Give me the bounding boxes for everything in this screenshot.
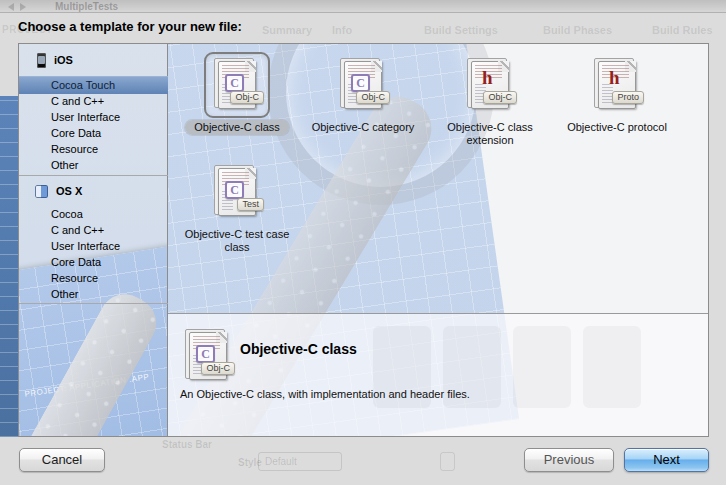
template-label: Objective-C class extension bbox=[429, 121, 551, 147]
template-objective-c-class[interactable]: C Obj-C Objective-C class bbox=[176, 52, 298, 134]
template-label: Objective-C class bbox=[176, 121, 298, 134]
sidebar-item-other-ios[interactable]: Other bbox=[19, 157, 168, 173]
sidebar-item-resource-osx[interactable]: Resource bbox=[19, 270, 168, 286]
file-type-tag: Obj-C bbox=[356, 91, 390, 104]
background-tab-build-settings: Build Settings bbox=[424, 24, 498, 36]
sidebar-section-osx: OS X bbox=[19, 181, 168, 201]
detail-template-description: An Objective-C class, with implementatio… bbox=[180, 388, 470, 400]
sidebar-item-resource-ios[interactable]: Resource bbox=[19, 141, 168, 157]
background-document-tab: MultipleTests bbox=[55, 1, 118, 12]
template-objective-c-class-extension[interactable]: h Obj-C Objective-C class extension bbox=[429, 52, 551, 147]
objc-header-file-icon: h Obj-C bbox=[471, 61, 509, 109]
sidebar-item-cocoa[interactable]: Cocoa bbox=[19, 206, 168, 222]
sidebar-section-ios: iOS bbox=[19, 50, 168, 70]
template-detail-pane: C Obj-C Objective-C class An Objective-C… bbox=[168, 313, 708, 436]
file-type-tag: Proto bbox=[612, 91, 644, 104]
cancel-button[interactable]: Cancel bbox=[19, 448, 105, 472]
back-arrow-icon bbox=[8, 3, 14, 11]
background-tab-build-phases: Build Phases bbox=[543, 24, 612, 36]
objc-test-file-icon: C Test bbox=[218, 168, 256, 216]
sidebar-item-c-and-cpp-osx[interactable]: C and C++ bbox=[19, 222, 168, 238]
objc-category-file-icon: C Obj-C bbox=[344, 61, 382, 109]
background-status-bar-label: Status Bar bbox=[162, 439, 212, 450]
template-objective-c-test-case-class[interactable]: C Test Objective-C test case class bbox=[176, 159, 298, 254]
sidebar-item-other-osx[interactable]: Other bbox=[19, 286, 168, 302]
sidebar-section-label: OS X bbox=[56, 185, 82, 197]
next-button[interactable]: Next bbox=[624, 448, 709, 472]
dimmed-toolbar: MultipleTests bbox=[0, 0, 726, 13]
sidebar-divider bbox=[19, 175, 168, 176]
background-tab-info: Info bbox=[332, 24, 352, 36]
dialog-title: Choose a template for your new file: bbox=[18, 19, 242, 34]
background-tab-build-rules: Build Rules bbox=[652, 24, 713, 36]
forward-arrow-icon bbox=[20, 3, 26, 11]
objc-protocol-file-icon: h Proto bbox=[598, 61, 636, 109]
sidebar-item-core-data-osx[interactable]: Core Data bbox=[19, 254, 168, 270]
blueprint-margin-art bbox=[0, 96, 18, 437]
detail-template-title: Objective-C class bbox=[240, 341, 357, 357]
template-label: Objective-C category bbox=[302, 121, 424, 134]
background-style-dropdown: Default bbox=[258, 452, 342, 471]
template-objective-c-protocol[interactable]: h Proto Objective-C protocol bbox=[556, 52, 678, 134]
sidebar-item-user-interface-osx[interactable]: User Interface bbox=[19, 238, 168, 254]
objc-class-file-icon: C Obj-C bbox=[218, 61, 256, 109]
file-type-tag: Obj-C bbox=[201, 362, 235, 375]
sidebar-item-core-data-ios[interactable]: Core Data bbox=[19, 125, 168, 141]
selection-ring: C Obj-C bbox=[204, 52, 270, 118]
template-category-sidebar: PROJECT: APPLICATION .APP iOS Cocoa Touc… bbox=[18, 43, 169, 437]
iphone-icon bbox=[37, 53, 46, 68]
template-browser-pane: C Obj-C Objective-C class C Obj-C Object… bbox=[167, 43, 709, 437]
background-remnant bbox=[513, 326, 571, 408]
template-label: Objective-C test case class bbox=[176, 228, 298, 254]
background-tab-summary: Summary bbox=[262, 24, 312, 36]
sidebar-list-bottom-border bbox=[19, 303, 168, 304]
file-type-tag: Obj-C bbox=[230, 91, 264, 104]
file-type-tag: Obj-C bbox=[483, 91, 517, 104]
template-objective-c-category[interactable]: C Obj-C Objective-C category bbox=[302, 52, 424, 134]
file-type-tag: Test bbox=[237, 198, 264, 211]
background-remnant bbox=[583, 326, 641, 408]
previous-button[interactable]: Previous bbox=[524, 448, 614, 472]
sidebar-section-label: iOS bbox=[54, 54, 73, 66]
background-stepper bbox=[440, 452, 455, 471]
objc-class-file-icon: C Obj-C bbox=[189, 332, 227, 380]
finder-icon bbox=[35, 185, 48, 198]
sidebar-item-cocoa-touch[interactable]: Cocoa Touch bbox=[19, 76, 168, 94]
template-label: Objective-C protocol bbox=[556, 121, 678, 134]
sidebar-item-c-and-cpp-ios[interactable]: C and C++ bbox=[19, 93, 168, 109]
sidebar-item-user-interface-ios[interactable]: User Interface bbox=[19, 109, 168, 125]
